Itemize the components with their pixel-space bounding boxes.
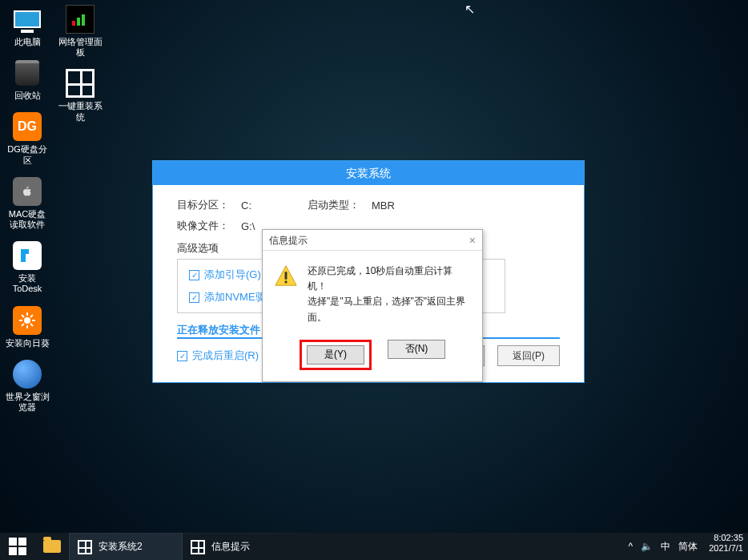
- svg-point-0: [24, 317, 30, 324]
- icon-label: 安装向日葵: [6, 338, 50, 348]
- checkbox-label: 添加引导(G):: [204, 268, 263, 282]
- info-dialog: 信息提示 × 还原已完成，10秒后自动重启计算机！ 选择"是"马上重启，选择"否…: [262, 229, 483, 382]
- dialog-yes-button[interactable]: 是(Y): [307, 345, 364, 365]
- tray-sound-icon[interactable]: 🔈: [641, 541, 653, 552]
- icon-label: 安装ToDesk: [5, 273, 50, 294]
- icon-label: MAC硬盘读取软件: [5, 209, 50, 230]
- tray-ime-zh[interactable]: 中: [661, 540, 670, 554]
- tray-up-icon[interactable]: ^: [629, 541, 633, 552]
- image-label: 映像文件：: [177, 219, 241, 233]
- yes-highlight: 是(Y): [300, 340, 372, 370]
- dialog-close-button[interactable]: ×: [469, 230, 476, 250]
- desktop-icon-dg-disk[interactable]: DG DG硬盘分区: [5, 111, 50, 165]
- checkbox-icon: [189, 270, 199, 280]
- icon-label: 此电脑: [14, 37, 41, 47]
- target-value: C:: [241, 199, 251, 212]
- checkbox-icon: [177, 351, 187, 361]
- taskbar-clock[interactable]: 8:02:35 2021/7/1: [704, 533, 748, 560]
- warning-icon: [274, 264, 298, 288]
- svg-line-8: [30, 315, 33, 317]
- app-icon: [78, 540, 92, 554]
- box-icon: [66, 69, 95, 98]
- desktop-icon-net-panel[interactable]: 网络管理面板: [58, 3, 103, 58]
- desktop-icon-this-pc[interactable]: 此电脑: [5, 3, 50, 47]
- image-value: G:\: [241, 220, 255, 232]
- svg-rect-13: [285, 272, 288, 279]
- desktop-icon-sunlogin[interactable]: 安装向日葵: [5, 304, 50, 348]
- desktop-icon-todesk[interactable]: 安装ToDesk: [5, 240, 50, 294]
- sunflower-icon: [13, 306, 42, 335]
- clock-time: 8:02:35: [709, 533, 743, 543]
- checkbox-restart[interactable]: 完成后重启(R): [177, 348, 259, 363]
- clock-date: 2021/7/1: [709, 543, 743, 554]
- system-tray: ^ 🔈 中 简体: [622, 533, 705, 560]
- app-icon: [191, 540, 205, 554]
- desktop-icon-reinstall[interactable]: 一键重装系统: [58, 67, 103, 122]
- checkbox-label: 完成后重启(R): [192, 348, 259, 363]
- taskbar-app-info[interactable]: 信息提示: [183, 533, 295, 560]
- svg-rect-14: [285, 281, 288, 284]
- desktop-icon-theworld[interactable]: 世界之窗浏览器: [5, 358, 50, 413]
- apple-icon: [13, 177, 42, 206]
- svg-line-5: [22, 315, 24, 317]
- icon-label: 世界之窗浏览器: [5, 392, 50, 413]
- start-button[interactable]: [0, 533, 35, 560]
- taskbar: 安装系统2 信息提示 ^ 🔈 中 简体 8:02:35 2021/7/1: [0, 533, 748, 560]
- icon-label: 一键重装系统: [58, 101, 103, 122]
- dialog-titlebar: 信息提示 ×: [263, 230, 482, 251]
- globe-icon: [13, 360, 42, 389]
- svg-rect-10: [77, 18, 80, 26]
- taskbar-app-label: 安装系统2: [99, 540, 143, 554]
- icon-label: 回收站: [14, 91, 41, 101]
- svg-line-6: [30, 324, 33, 326]
- svg-rect-9: [72, 21, 75, 26]
- checkbox-label: 添加NVME驱: [204, 290, 266, 304]
- mouse-cursor: ↖: [464, 2, 475, 17]
- dialog-no-button[interactable]: 否(N): [388, 340, 445, 359]
- icon-label: 网络管理面板: [58, 37, 103, 58]
- folder-icon: [43, 540, 61, 553]
- checkbox-icon: [189, 292, 199, 303]
- desktop-icon-mac-disk[interactable]: MAC硬盘读取软件: [5, 175, 50, 230]
- taskbar-app-label: 信息提示: [211, 540, 250, 554]
- taskbar-app-installer[interactable]: 安装系统2: [70, 533, 182, 560]
- desktop-icon-recycle-bin[interactable]: 回收站: [5, 57, 50, 101]
- back-button[interactable]: 返回(P): [497, 345, 560, 366]
- target-label: 目标分区：: [177, 198, 241, 212]
- taskbar-file-explorer[interactable]: [35, 533, 69, 560]
- windows-logo-icon: [9, 538, 26, 555]
- network-icon: [66, 5, 95, 34]
- dialog-message: 还原已完成，10秒后自动重启计算机！ 选择"是"马上重启，选择"否"返回主界面。: [308, 264, 471, 325]
- installer-title: 安装系统: [153, 161, 584, 185]
- svg-rect-11: [82, 14, 85, 26]
- tray-ime-label[interactable]: 简体: [678, 540, 698, 554]
- boot-label: 启动类型：: [308, 198, 372, 212]
- boot-value: MBR: [372, 199, 395, 212]
- icon-label: DG硬盘分区: [5, 144, 50, 165]
- dialog-title: 信息提示: [269, 230, 308, 250]
- svg-line-7: [22, 324, 24, 326]
